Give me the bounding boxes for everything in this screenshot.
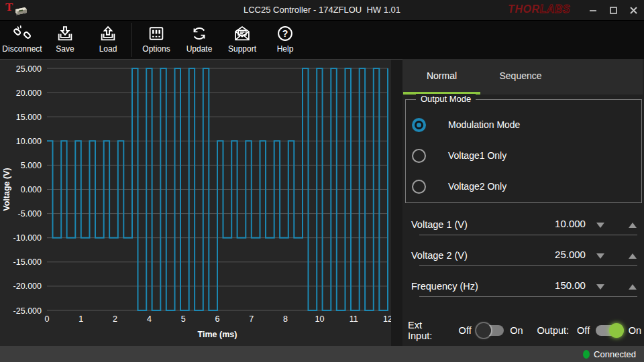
radio-icon xyxy=(412,118,426,132)
ext-input-toggle[interactable] xyxy=(478,325,504,336)
voltage2-increment-icon[interactable] xyxy=(629,253,637,259)
minimize-button[interactable] xyxy=(586,5,600,15)
svg-text:15.000: 15.000 xyxy=(16,113,42,122)
statusbar: Connected xyxy=(0,346,644,362)
frequency-field[interactable]: 150.00 xyxy=(419,278,637,297)
ext-input-off-label: Off xyxy=(459,325,472,336)
load-icon xyxy=(99,24,117,43)
maximize-button[interactable] xyxy=(606,5,620,15)
voltage1-field[interactable]: 10.000 xyxy=(419,217,637,235)
output-off-label: Off xyxy=(577,325,590,336)
radio-icon xyxy=(412,149,426,163)
output-mode-title: Output Mode xyxy=(416,94,476,104)
svg-text:10.000: 10.000 xyxy=(16,137,42,146)
svg-text:0: 0 xyxy=(45,314,50,324)
frequency-decrement-icon[interactable] xyxy=(596,284,604,290)
svg-text:Time (ms): Time (ms) xyxy=(198,330,237,339)
svg-text:?: ? xyxy=(282,28,288,39)
svg-text:25.000: 25.000 xyxy=(16,64,42,74)
lcc25-controller-window: T LCC25 Controller - 174ZFLOU HW 1.01 TH… xyxy=(0,0,644,362)
svg-text:Voltage (V): Voltage (V) xyxy=(2,168,11,210)
radio-icon xyxy=(412,180,426,194)
maximize-icon xyxy=(610,7,617,14)
output-toggle[interactable] xyxy=(596,325,623,336)
connection-status-text: Connected xyxy=(594,349,636,359)
radio-voltage2-only[interactable]: Voltage2 Only xyxy=(402,178,638,194)
svg-text:7: 7 xyxy=(249,314,254,324)
thorlabs-logo: THORLABS xyxy=(508,3,570,15)
ext-input-label: Ext Input: xyxy=(408,320,447,341)
broken-link-icon xyxy=(13,24,32,43)
svg-text:4: 4 xyxy=(147,314,152,324)
svg-text:0.000: 0.000 xyxy=(21,185,42,194)
voltage1-decrement-icon[interactable] xyxy=(596,223,604,228)
svg-text:1: 1 xyxy=(78,314,83,324)
svg-text:2: 2 xyxy=(113,314,117,324)
frequency-value[interactable]: 150.00 xyxy=(540,280,600,291)
support-button[interactable]: Support xyxy=(221,23,263,57)
close-button[interactable] xyxy=(627,5,640,15)
frequency-increment-icon[interactable] xyxy=(629,284,637,290)
svg-text:5.000: 5.000 xyxy=(21,161,42,170)
disconnect-button[interactable]: Disconnect xyxy=(1,23,43,57)
svg-text:-10.000: -10.000 xyxy=(13,233,42,243)
radio-voltage1-only[interactable]: Voltage1 Only xyxy=(402,147,638,164)
toolbar-separator xyxy=(131,23,132,57)
options-button[interactable]: Options xyxy=(136,23,177,57)
voltage1-value[interactable]: 10.000 xyxy=(540,218,600,229)
svg-text:5: 5 xyxy=(181,314,186,324)
panel-divider xyxy=(391,59,402,347)
help-button[interactable]: ? Help xyxy=(264,23,306,57)
support-mail-icon xyxy=(233,24,252,43)
minimize-icon xyxy=(590,7,597,14)
connection-status-icon xyxy=(583,350,590,359)
titlebar: T LCC25 Controller - 174ZFLOU HW 1.01 TH… xyxy=(0,0,644,21)
help-icon: ? xyxy=(276,24,294,43)
voltage1-increment-icon[interactable] xyxy=(629,223,637,228)
voltage2-decrement-icon[interactable] xyxy=(596,253,604,259)
svg-text:-20.000: -20.000 xyxy=(13,282,42,291)
svg-text:10: 10 xyxy=(315,314,324,324)
control-panel: Normal Sequence Output Mode Modulation M… xyxy=(402,59,644,346)
refresh-icon xyxy=(190,24,209,43)
output-on-label: On xyxy=(629,325,641,336)
waveform-chart: 25.00020.00015.00010.0005.0000.000-5.000… xyxy=(0,59,391,347)
close-icon xyxy=(630,7,637,14)
update-button[interactable]: Update xyxy=(178,23,220,57)
output-label: Output: xyxy=(537,325,570,336)
svg-text:-5.000: -5.000 xyxy=(18,209,42,219)
svg-text:-25.000: -25.000 xyxy=(13,306,42,316)
svg-text:12: 12 xyxy=(383,314,391,324)
svg-text:11: 11 xyxy=(350,314,358,324)
toggle-knob xyxy=(476,323,491,338)
chart-canvas: 25.00020.00015.00010.0005.0000.000-5.000… xyxy=(0,60,391,347)
toggle-row: Ext Input: Off On Output: Off On xyxy=(408,322,641,339)
radio-modulation-mode[interactable]: Modulation Mode xyxy=(402,117,638,133)
svg-text:8: 8 xyxy=(283,314,288,324)
tab-normal[interactable]: Normal xyxy=(403,59,480,92)
save-icon xyxy=(56,24,74,43)
options-sliders-icon xyxy=(147,24,166,43)
svg-text:6: 6 xyxy=(215,314,220,324)
load-button[interactable]: Load xyxy=(87,23,129,57)
ext-input-on-label: On xyxy=(510,325,523,336)
save-button[interactable]: Save xyxy=(44,23,86,57)
svg-text:20.000: 20.000 xyxy=(16,88,42,98)
voltage2-value[interactable]: 25.000 xyxy=(540,249,600,260)
svg-text:-15.000: -15.000 xyxy=(13,257,42,267)
tab-sequence[interactable]: Sequence xyxy=(480,59,561,92)
toolbar: Disconnect Save Load Opt xyxy=(0,21,644,60)
toggle-knob xyxy=(609,323,624,338)
voltage2-field[interactable]: 25.000 xyxy=(419,247,637,266)
